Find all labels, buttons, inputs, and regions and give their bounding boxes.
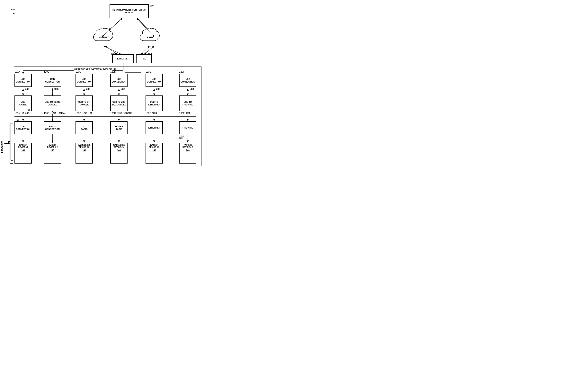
- gateway-border: [14, 66, 201, 166]
- diagram: 100 ↙ REMOTE PATIENT MONITORING SERVER 1…: [0, 0, 294, 188]
- usb-conn-120e: USBCONNECTION: [146, 74, 163, 87]
- conn-label-3a: 125B: [83, 112, 87, 114]
- usb-conn-120f: USBCONNECTION: [179, 74, 196, 87]
- usb-conn-120a: USBCONNECTION: [14, 74, 32, 87]
- usb-label-2: USB: [54, 88, 59, 90]
- ethernet-box: ETHERNET: [112, 54, 134, 63]
- fxo-box: FXO: [136, 54, 152, 63]
- dev-conn-125f: FIREWIRE: [179, 121, 196, 134]
- ref-130c: 130C: [75, 112, 81, 115]
- conn-label-1: USB: [25, 112, 29, 114]
- usb-label-4: USB: [121, 88, 125, 90]
- usb-label-3: USB: [86, 88, 90, 90]
- adapter-130b: USB TO RS232DONGLE: [44, 95, 61, 111]
- device-3: (WIRELESS)DEVICE # 3 140: [75, 143, 93, 164]
- ref-120d: 120D: [110, 70, 116, 73]
- device-6: (WIRED)DEVICE # 6 140: [179, 143, 196, 164]
- ref-120b: 120B: [44, 70, 49, 73]
- adapter-130a: USBCABLE: [14, 95, 32, 111]
- ref-130d: 130D: [110, 112, 116, 115]
- usb-conn-120d: USBCONNECTION: [110, 74, 127, 87]
- usb-label-6: USB: [190, 88, 194, 90]
- ref-120e: 120E: [146, 70, 151, 73]
- ref-125f-2: 125F: [179, 135, 184, 137]
- usb-conn-120b: USBCONNECTION: [44, 74, 61, 87]
- ref-120a: 120A: [14, 70, 20, 73]
- server-box: REMOTE PATIENT MONITORING SERVER: [110, 4, 149, 18]
- ref-130f: 130F: [179, 112, 184, 115]
- conn-label-zigbee: ZIGBEE: [124, 112, 132, 114]
- ref-120c: 120C: [75, 70, 81, 73]
- pstn-cloud: PSTN: [138, 27, 162, 46]
- internet-cloud: INTERNET: [92, 27, 115, 46]
- ref-125a-2: 125A: [25, 109, 30, 111]
- adapter-130d: USB TO ZIG-BEE DONGLE: [110, 95, 127, 111]
- server-ref-line: [149, 4, 152, 7]
- dev-conn-125b: RS232CONNECTION: [44, 121, 61, 134]
- conn-label-6a: 125E: [186, 112, 190, 114]
- ref-120f: 120F: [179, 70, 184, 73]
- dev-conn-125e: ETHERNET: [146, 121, 163, 134]
- conn-label-2a: 125A: [52, 112, 56, 114]
- device-2: (WIRED)DEVICE # 2 140: [44, 143, 61, 164]
- conn-label-bt: BT: [90, 112, 92, 114]
- adapter-130f: USB TOFIREWIRE: [179, 95, 196, 111]
- ref-130a: 130A: [14, 112, 20, 115]
- arrow-indicator: ↙: [12, 10, 17, 16]
- usb-conn-120c: USBCONNECTION: [75, 74, 93, 87]
- dev-conn-125d: ZIGBEERADIO: [110, 121, 127, 134]
- adapter-130e: USB TOETHERNET: [146, 95, 163, 111]
- usb-label-5: USB: [156, 88, 160, 90]
- ref-125a-label: 125A: [14, 119, 19, 122]
- ref-130b: 130B: [44, 112, 49, 115]
- device-5: (WIRED)DEVICE # 5 140: [146, 143, 163, 164]
- usb-label-1: USB: [25, 88, 29, 90]
- ref-130e: 130E: [146, 112, 151, 115]
- conn-label-5a: 125D: [152, 112, 157, 114]
- adapter-130c: USB TO BTDONGLE: [75, 95, 93, 111]
- device-1: (WIRED)DEVICE #1 140: [14, 143, 32, 164]
- pre-paired-label: PRE-PAIRED: [1, 141, 3, 153]
- conn-label-serial: SERIAL: [59, 112, 66, 114]
- dev-conn-125c: BTRADIO: [75, 121, 93, 134]
- device-4: (WIRELESS)DEVICE # 4 140: [110, 143, 127, 164]
- conn-label-4a: 125C: [117, 112, 122, 114]
- dev-conn-125a: USBCONNECTION: [14, 121, 32, 134]
